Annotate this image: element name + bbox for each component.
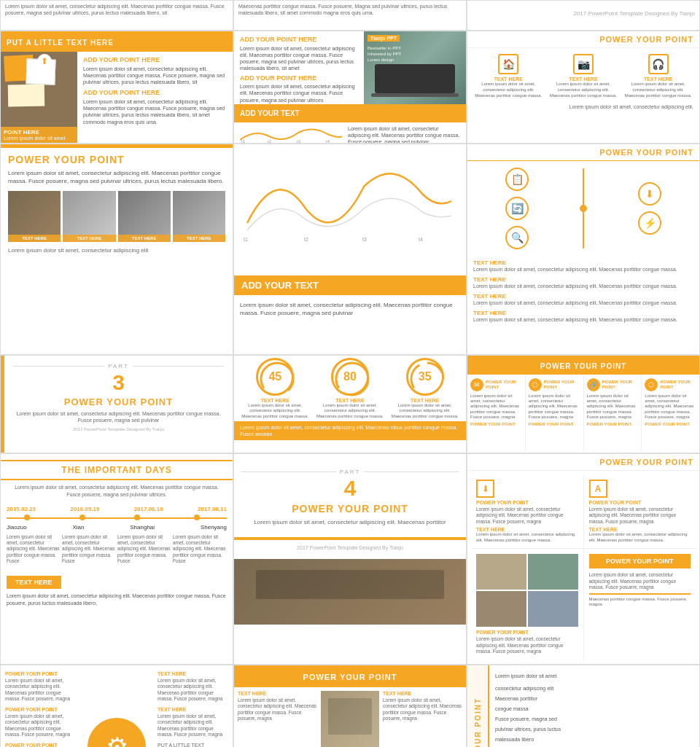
slide-n-text-label2: TEXT HERE — [383, 691, 462, 696]
slide-k-body: Lorem ipsum dolor sit amet, consectetur … — [241, 518, 459, 526]
slide-l: POWER YOUR POINT ⬇ POWER YOUR POINT Lore… — [467, 453, 700, 665]
slide-d-label1: TEXT HERE — [8, 235, 61, 242]
slide-c-icon1-label: TEXT HERE — [472, 77, 545, 82]
slide-l-item2-title: POWER YOUR POINT — [589, 500, 691, 505]
slide-i-col4-title: POWER YOUR POINT — [660, 380, 696, 390]
slide-j-bottom: Lorem ipsum dolor sit amet, consectetur … — [7, 592, 227, 607]
cell-r1c2: Maecenas porttitor congue massa. Fusce p… — [233, 0, 467, 31]
clipboard-icon: 📋 — [505, 168, 529, 191]
tl-city2: Xian — [72, 524, 84, 531]
slide-k-credit: 2017 PowerPoint Template Designed By Tia… — [234, 544, 466, 552]
slide-h-text2: Lorem ipsum dolor sit amet, consectetur … — [314, 403, 386, 419]
slide-i-col2: ⬡ POWER YOUR POINT Lorem ipsum dolor sit… — [526, 375, 584, 451]
slide-c: POWER YOUR POINT 🏠 TEXT HERE Lorem ipsum… — [467, 31, 700, 144]
slide-h-num1: 45 — [268, 370, 281, 383]
slide-j-title: THE IMPORTANT DAYS — [7, 465, 227, 475]
slide-l-item2-body: Lorem ipsum dolor sit amet, consectetur … — [589, 507, 691, 525]
slide-l-item4-body: Lorem ipsum dolor sit amet, consectetur … — [589, 572, 691, 590]
slide-b-add-text: ADD YOUR TEXT — [240, 109, 300, 117]
network-icon: ⬡ — [645, 378, 658, 391]
slide-i-col4: ⬡ POWER YOUR POINT Lorem ipsum dolor sit… — [642, 375, 699, 451]
slide-d-img3: TEXT HERE — [118, 191, 171, 242]
slide-l-item1-label: TEXT HERE — [476, 527, 578, 532]
slide-a: PUT A LITTLE TEXT HERE ⬆ POINT HERE Lore… — [0, 31, 233, 144]
power-your-point-vert: power Your POINt — [474, 697, 482, 747]
slide-i-title: POWER YOUR POINT — [540, 362, 627, 370]
row-2: PUT A LITTLE TEXT HERE ⬆ POINT HERE Lore… — [0, 31, 700, 144]
slide-h-label2: TEXT HERE — [314, 398, 386, 403]
slide-i-col1-title: POWER YOUR POINT — [486, 380, 522, 390]
slide-l-item2: A POWER YOUR POINT Lorem ipsum dolor sit… — [584, 474, 696, 548]
slide-n-title: POWER YOUR POINT — [303, 673, 397, 681]
row-6: POWER YOUR POINT Lorem ipsum dolor sit a… — [0, 665, 700, 747]
slide-b-chart-body: Lorem ipsum dolor sit amet, consectetur … — [348, 125, 460, 144]
slide-c-icon3-text: Lorem ipsum dolor sit amet, consectetur … — [622, 82, 694, 98]
slide-l-item3-title: POWER YOUR POINT — [476, 630, 578, 635]
slide-k: PART 4 POWER YOUR POINT Lorem ipsum dolo… — [233, 453, 467, 665]
tl-date3: 2017.06.10 — [134, 506, 163, 512]
slide-g-body: Lorem ipsum dolor sit amet, consectetur … — [13, 410, 224, 423]
home-icon: 🏠 — [498, 54, 518, 74]
top-text-2: Maecenas porttitor congue massa. Fusce p… — [238, 3, 462, 16]
slide-l-item2-label: TEXT HERE — [589, 527, 691, 532]
slide-f-body2: Lorem ipsum dolor sit amet, consectetur … — [473, 283, 693, 289]
row-1: Lorem ipsum dolor sit amet, consectetur … — [0, 0, 700, 31]
slide-i-col1: ✉ POWER YOUR POINT Lorem ipsum dolor sit… — [467, 375, 526, 451]
slide-i-col2-body: Lorem ipsum dolor sit amet, consectetur … — [529, 394, 580, 420]
slide-b-body2: Lorem ipsum dolor sit amet, consectetur … — [240, 83, 358, 103]
slide-f-label2: TEXT HERE — [473, 276, 693, 283]
tl-date2: 2016.05.19 — [70, 506, 99, 512]
slide-h-label1: TEXT HERE — [239, 398, 311, 403]
cell-r1c3: 2017 PowerPoint Template Designed By Tia… — [467, 0, 700, 31]
slide-d-body: Lorem ipsum dolor sit amet, consectetur … — [8, 169, 225, 185]
slide-i-col2-bottom: POWER YOUR POINT — [529, 422, 580, 426]
slide-n-text-label: TEXT HERE — [238, 691, 317, 696]
slide-m: POWER YOUR POINT Lorem ipsum dolor sit a… — [0, 665, 233, 747]
download-sq-icon: ⬇ — [476, 480, 494, 498]
slide-i-col2-title: POWER YOUR POINT — [544, 380, 580, 390]
large-wave-chart: t1 t2 t3 t4 — [240, 150, 459, 245]
slide-d-label2: TEXT HERE — [63, 235, 115, 242]
slide-k-part-num: 4 — [241, 477, 459, 499]
slide-e-body: Lorem ipsum dolor sit amet, consectetur … — [240, 301, 460, 317]
brand-credit: 2017 PowerPoint Template Designed By Tia… — [472, 10, 695, 17]
slide-a-header: PUT A LITTLE TEXT HERE — [1, 31, 233, 52]
svg-text:t3: t3 — [362, 237, 367, 242]
slide-h-bottom-bar: Lorem ipsum dolor sit amet, consectetur … — [234, 421, 466, 440]
row-4: PART 3 POWER YOUR POINT Lorem ipsum dolo… — [0, 355, 700, 453]
slide-l-main-title: POWER YOUR POINT — [595, 558, 685, 565]
slide-a-overlay: POINT HERE Lorem ipsum dolor sit amet — [1, 127, 77, 143]
slide-c-item2: 📷 TEXT HERE Lorem ipsum dolor sit amet, … — [546, 52, 621, 100]
slide-a-image: ⬆ POINT HERE Lorem ipsum dolor sit amet — [1, 52, 77, 143]
slide-e-add-text: ADD YOUR TEXT — [241, 280, 459, 291]
slide-d: POWER YOUR POINT Lorem ipsum dolor sit a… — [0, 144, 233, 355]
slide-b-add-point2: ADD YOUR POINT HERE — [240, 74, 358, 82]
slide-a-add-point2: ADD YOUR POINT HERE — [83, 89, 227, 96]
slide-f-label1: TEXT HERE — [473, 259, 693, 266]
slide-d-label3: TEXT HERE — [118, 235, 171, 242]
top-text-1: Lorem ipsum dolor sit amet, consectetur … — [5, 3, 228, 16]
slide-a-add-point: ADD YOUR POINT HERE — [83, 56, 227, 63]
slide-h-num3: 35 — [419, 370, 432, 383]
point-here-label: POINT HERE — [4, 129, 74, 136]
tl-date4: 2017.08.11 — [198, 506, 227, 512]
slide-f-body3: Lorem ipsum dolor sit amet, consectetur … — [473, 300, 693, 306]
slide-m-label4: TEXT HERE — [158, 671, 228, 676]
font-icon: A — [589, 480, 607, 498]
share-icon-f: ⚡ — [638, 211, 661, 235]
slide-i-col1-bottom: POWER YOUR POINT — [470, 422, 522, 426]
slide-e-orange-bar: ADD YOUR TEXT — [234, 275, 466, 295]
slide-h-text3: Lorem ipsum dolor sit amet, consectetur … — [389, 403, 461, 419]
slide-i-col4-bottom: POWER YOUR POINT — [645, 422, 696, 426]
slide-b-orange-bar: ADD YOUR TEXT — [234, 104, 466, 122]
slide-d-title: POWER YOUR POINT — [8, 154, 225, 165]
slide-h-item3: 35 TEXT HERE Lorem ipsum dolor sit amet,… — [387, 356, 462, 421]
slide-l-item1-title: POWER YOUR POINT — [476, 500, 578, 505]
slide-h-item1: 45 TEXT HERE Lorem ipsum dolor sit amet,… — [238, 356, 313, 421]
slide-f-body1: Lorem ipsum dolor sit amet, consectetur … — [473, 266, 693, 273]
slide-l-item4: POWER YOUR POINT Lorem ipsum dolor sit a… — [584, 549, 696, 660]
slide-h-text1: Lorem ipsum dolor sit amet, consectetur … — [239, 403, 311, 419]
slide-g-part-label: PART — [108, 363, 129, 369]
slide-d-img4: TEXT HERE — [173, 191, 225, 242]
slide-m-put-label: PUT A LITTLE TEXT — [158, 743, 228, 748]
